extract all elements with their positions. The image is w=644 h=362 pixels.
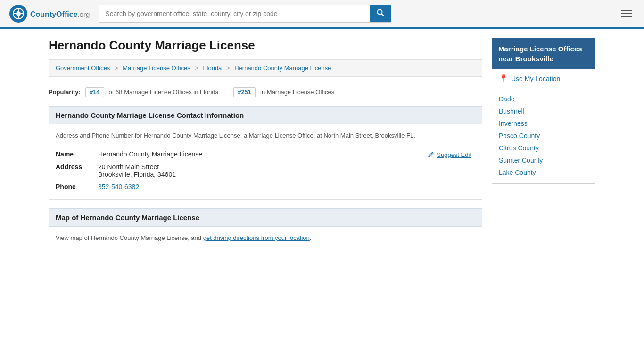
logo-text: CountyOffice.org [30,8,90,19]
main-content: Hernando County Marriage License Governm… [39,29,605,267]
page-title: Hernando County Marriage License [49,38,482,53]
suggest-edit-button[interactable]: Suggest Edit [428,151,471,158]
menu-line [621,16,632,17]
sidebar-link-lake[interactable]: Lake County [499,169,536,176]
list-item: Pasco County [499,130,588,142]
map-desc-end: . [310,234,312,241]
logo-icon [9,5,27,23]
svg-line-7 [382,14,384,16]
sidebar: Marriage License Offices near Brooksvill… [492,38,595,258]
contact-section-header: Hernando County Marriage License Contact… [49,106,482,124]
sidebar-link-citrus[interactable]: Citrus County [499,144,539,152]
contact-table: Name Hernando County Marriage License Su… [56,148,475,193]
name-value: Hernando County Marriage License [98,150,202,158]
breadcrumb-sep: > [115,65,118,72]
use-my-location-link[interactable]: Use My Location [511,75,560,82]
list-item: Inverness [499,117,588,130]
breadcrumb: Government Offices > Marriage License Of… [49,59,482,77]
pin-icon: 📍 [499,74,508,83]
breadcrumb-link-florida[interactable]: Florida [203,65,222,72]
phone-value: 352-540-6382 [98,181,475,193]
list-item: Bushnell [499,105,588,117]
hamburger-menu-button[interactable] [619,8,635,20]
breadcrumb-link-gov-offices[interactable]: Government Offices [56,65,110,72]
name-label: Name [56,148,98,161]
search-button[interactable] [370,5,391,22]
svg-line-8 [431,153,432,154]
contact-block: Address and Phone Number for Hernando Co… [49,124,482,200]
sidebar-body: 📍 Use My Location Dade Bushnell Invernes… [492,69,595,184]
list-item: Dade [499,93,588,105]
table-row: Address 20 North Main Street Brooksville… [56,161,475,181]
popularity-bar: Popularity: #14 of 68 Marriage License O… [49,82,482,106]
phone-link[interactable]: 352-540-6382 [98,183,139,190]
menu-line [621,10,632,11]
sidebar-link-pasco[interactable]: Pasco County [499,132,540,140]
table-row: Name Hernando County Marriage License Su… [56,148,475,161]
driving-directions-link[interactable]: get driving directions from your locatio… [203,234,310,241]
address-line2: Brooksville, Florida, 34601 [98,171,471,178]
breadcrumb-sep: > [226,65,230,72]
sidebar-link-dade[interactable]: Dade [499,95,514,103]
table-row: Phone 352-540-6382 [56,181,475,193]
rank1-badge: #14 [85,87,104,97]
list-item: Lake County [499,166,588,179]
svg-point-6 [378,10,382,15]
popularity-label: Popularity: [49,89,81,96]
search-bar [99,5,391,23]
use-location-item: 📍 Use My Location [499,74,588,88]
map-section-header: Map of Hernando County Marriage License [49,208,482,227]
rank2-text: in Marriage License Offices [260,89,334,96]
address-label: Address [56,161,98,181]
primary-content: Hernando County Marriage License Governm… [49,38,482,258]
sidebar-link-bushnell[interactable]: Bushnell [499,107,524,115]
search-input[interactable] [99,5,370,22]
address-line1: 20 North Main Street [98,163,471,171]
rank2-badge: #251 [233,87,256,97]
map-block: View map of Hernando County Marriage Lic… [49,227,482,250]
address-value: 20 North Main Street Brooksville, Florid… [98,161,475,181]
list-item: Citrus County [499,142,588,154]
site-logo[interactable]: CountyOffice.org [9,5,90,23]
map-desc-start: View map of Hernando County Marriage Lic… [56,234,203,241]
phone-label: Phone [56,181,98,193]
sidebar-link-sumter[interactable]: Sumter County [499,156,543,164]
sidebar-link-inverness[interactable]: Inverness [499,120,528,127]
breadcrumb-link-current[interactable]: Hernando County Marriage License [234,65,331,72]
contact-description: Address and Phone Number for Hernando Co… [56,131,475,140]
site-header: CountyOffice.org [0,0,644,29]
breadcrumb-sep: > [195,65,198,72]
menu-line [621,13,632,14]
svg-point-1 [16,11,21,16]
breadcrumb-link-marriage-offices[interactable]: Marriage License Offices [123,65,190,72]
list-item: Sumter County [499,154,588,166]
nearby-locations-list: Dade Bushnell Inverness Pasco County Cit… [499,93,588,179]
sidebar-header: Marriage License Offices near Brooksvill… [492,38,595,69]
rank1-text: of 68 Marriage License Offices in Florid… [109,89,219,96]
map-description: View map of Hernando County Marriage Lic… [56,233,475,243]
